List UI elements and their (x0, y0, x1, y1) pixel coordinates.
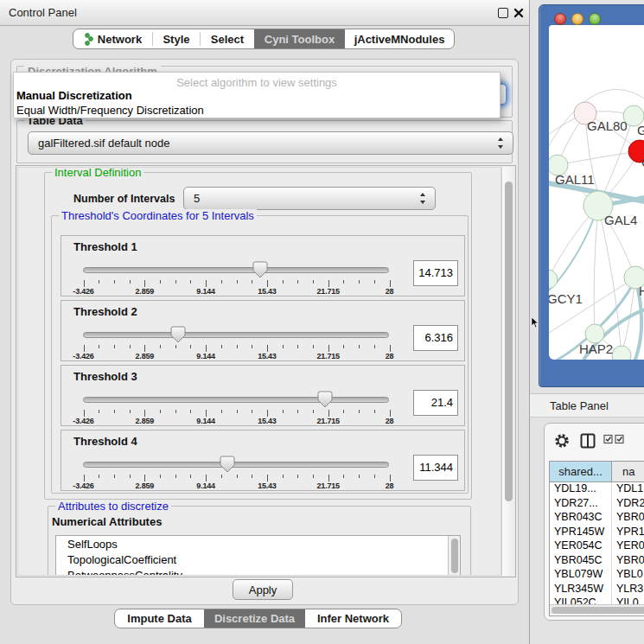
scrollbar-thumb[interactable] (552, 607, 644, 614)
network-node (549, 270, 558, 289)
tab-style[interactable]: Style (153, 29, 200, 48)
dropdown-item-equal-width[interactable]: Equal Width/Frequency Discretization (16, 104, 204, 117)
network-node (585, 324, 604, 343)
spinner-up-icon (420, 193, 425, 196)
minimize-traffic-light[interactable] (571, 13, 583, 25)
slider-thumb[interactable] (220, 456, 235, 473)
table-row[interactable]: YER054CYER0 (550, 539, 644, 554)
threshold-3-panel: Threshold 3 -3.4262.8599.14415.4321.7152… (61, 365, 465, 426)
table-data-group: Table Data galFiltered.sif default node (16, 120, 513, 163)
threshold-3-value-field[interactable]: 21.4 (413, 390, 458, 416)
spinner-down-icon (420, 201, 425, 204)
network-canvas[interactable]: GAL80 GA C GAL11 GAL4 H GCY1 HAP2 (549, 25, 644, 360)
combo-value: galFiltered.sif default node (38, 137, 169, 150)
table-row[interactable]: YLR345WYLR3 (550, 583, 644, 597)
interval-definition-group: Interval Definition Number of Intervals … (44, 172, 472, 500)
apply-button[interactable]: Apply (233, 579, 293, 600)
column-header-name[interactable]: na (612, 462, 644, 481)
numerical-attributes-list: SelfLoops TopologicalCoefficient Between… (55, 535, 461, 576)
list-item[interactable]: SelfLoops (56, 536, 460, 552)
horizontal-scrollbar[interactable] (550, 604, 644, 615)
tab-jactivemnodules[interactable]: jActiveMNodules (345, 29, 454, 48)
tab-select[interactable]: Select (201, 29, 254, 48)
table-header: shared... na (550, 462, 644, 482)
slider-thumb[interactable] (252, 261, 268, 278)
scrollbar-thumb[interactable] (505, 182, 513, 501)
node-label: H (639, 284, 644, 298)
tab-label: Network (98, 33, 142, 46)
attributes-group: Attributes to discretize Numerical Attri… (48, 506, 471, 576)
tab-impute-data[interactable]: Impute Data (115, 609, 204, 628)
threshold-4-value-field[interactable]: 11.344 (413, 455, 458, 481)
table-panel: shared... na YDL19...YDL1 YDR27...YDR2 Y… (544, 423, 644, 621)
list-item[interactable]: BetweennessCentrality (56, 567, 460, 576)
table-row[interactable]: YDL19...YDL1 (550, 482, 644, 497)
control-panel-titlebar: Control Panel (0, 0, 529, 26)
dropdown-item-manual[interactable]: Manual Discretization (16, 89, 132, 102)
node-table: shared... na YDL19...YDL1 YDR27...YDR2 Y… (549, 461, 644, 616)
table-panel-titlebar: Table Panel (530, 393, 644, 418)
slider-thumb[interactable] (317, 391, 333, 408)
node-label: GAL80 (587, 118, 628, 133)
column-header-shared-name[interactable]: shared... (550, 462, 612, 481)
number-of-intervals-combo[interactable]: 5 (183, 187, 436, 210)
tab-label: Impute Data (127, 612, 191, 625)
network-node (612, 346, 631, 360)
right-panel: GAL80 GA C GAL11 GAL4 H GCY1 HAP2 Table … (529, 0, 644, 644)
node-label: GAL11 (555, 172, 595, 187)
tab-network[interactable]: Network (73, 29, 152, 48)
tab-label: Infer Network (317, 612, 389, 625)
tab-label: Style (163, 33, 189, 46)
table-row[interactable]: YDR27...YDR2 (550, 497, 644, 512)
group-title: Attributes to discretize (55, 500, 171, 513)
control-panel-window: Control Panel Network Style Select Cyni … (0, 0, 529, 644)
list-item[interactable]: TopologicalCoefficient (56, 552, 460, 567)
top-tab-bar: Network Style Select Cyni Toolbox jActiv… (73, 29, 455, 49)
zoom-traffic-light[interactable] (589, 13, 601, 25)
slider-thumb[interactable] (170, 326, 186, 343)
table-row[interactable]: YBR045CYBR0 (550, 554, 644, 569)
table-row[interactable]: YPR145WYPR1 (550, 526, 644, 540)
table-row[interactable]: YBR043CYBR0 (550, 511, 644, 526)
algorithm-dropdown-popup: Select algorithm to view settings Manual… (13, 72, 501, 118)
vertical-scrollbar[interactable] (501, 167, 514, 576)
tab-discretize-data[interactable]: Discretize Data (204, 609, 305, 628)
settings-scroll-area: Interval Definition Number of Intervals … (16, 165, 516, 577)
thresholds-group: Threshold's Coordinates for 5 Intervals … (51, 215, 469, 494)
threshold-2-value-field[interactable]: 6.316 (413, 325, 458, 351)
threshold-1-panel: Threshold 1 -3.4262.8599.14415.4321.7152… (61, 235, 465, 296)
close-icon[interactable] (513, 8, 524, 18)
threshold-1-value-field[interactable]: 14.713 (413, 260, 458, 286)
close-traffic-light[interactable] (554, 13, 566, 25)
checkbox-pair-icon[interactable] (603, 433, 626, 445)
settings-viewport: Interval Definition Number of Intervals … (17, 167, 501, 576)
table-row[interactable]: YBL079WYBL0 (550, 568, 644, 583)
tab-infer-network[interactable]: Infer Network (305, 609, 401, 628)
mouse-cursor (531, 316, 539, 328)
dropdown-header: Select algorithm to view settings (14, 76, 500, 89)
list-scrollbar[interactable] (448, 536, 460, 576)
columns-icon[interactable] (580, 433, 596, 449)
screen: Control Panel Network Style Select Cyni … (0, 0, 644, 644)
tab-label: Cyni Toolbox (265, 33, 335, 46)
cyni-toolbox-panel: Discretization Algorithm Select algorith… (10, 59, 519, 605)
gear-icon[interactable] (554, 433, 570, 449)
window-title: Control Panel (9, 6, 77, 19)
node-label: HAP2 (579, 341, 613, 356)
network-view-window[interactable]: GAL80 GA C GAL11 GAL4 H GCY1 HAP2 (539, 4, 644, 387)
table-panel-title: Table Panel (550, 399, 609, 412)
group-title: Threshold's Coordinates for 5 Intervals (59, 209, 257, 222)
list-scrollbar-thumb[interactable] (451, 539, 458, 573)
table-data-combo[interactable]: galFiltered.sif default node (28, 131, 513, 155)
number-of-intervals-label: Number of Intervals (73, 193, 175, 205)
group-title: Interval Definition (52, 167, 143, 179)
combo-value: 5 (194, 192, 200, 205)
threshold-4-panel: Threshold 4 -3.4262.8599.14415.4321.7152… (61, 430, 465, 491)
node-label: GCY1 (549, 291, 583, 306)
spinner-down-icon (498, 145, 503, 149)
float-window-icon[interactable] (498, 8, 508, 18)
tab-cyni-toolbox[interactable]: Cyni Toolbox (254, 29, 345, 48)
network-icon (84, 33, 94, 46)
tab-label: Discretize Data (214, 612, 295, 625)
tab-label: Select (211, 33, 244, 46)
